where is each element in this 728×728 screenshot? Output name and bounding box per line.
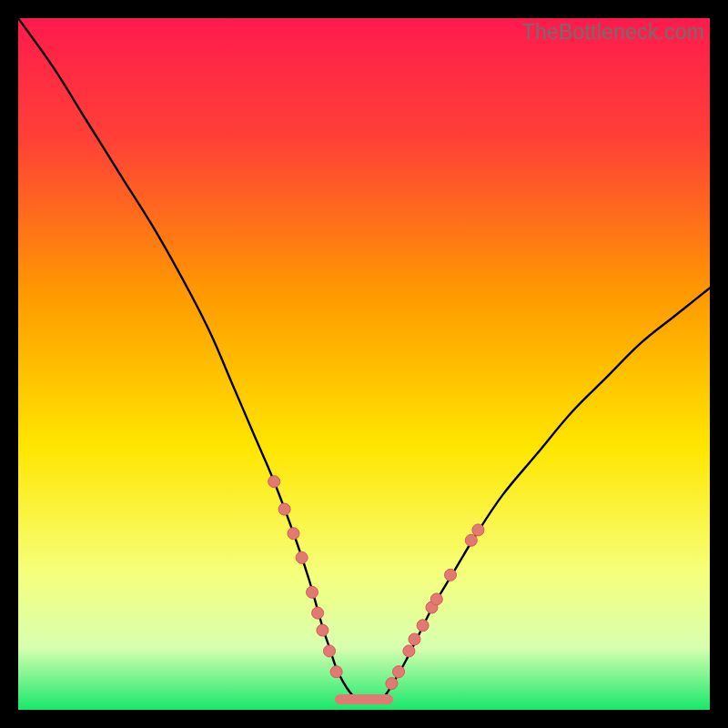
curve-marker <box>393 666 405 678</box>
curve-marker <box>278 503 290 515</box>
chart-frame: TheBottleneck.com <box>18 18 710 710</box>
bottleneck-chart <box>18 18 710 710</box>
curve-marker <box>324 645 336 657</box>
curve-marker <box>445 569 457 581</box>
curve-marker <box>330 666 342 678</box>
watermark-text: TheBottleneck.com <box>522 20 704 45</box>
curve-marker <box>312 607 324 619</box>
curve-marker <box>386 678 398 690</box>
curve-marker <box>430 593 442 605</box>
curve-marker <box>465 534 477 546</box>
curve-marker <box>288 528 299 540</box>
curve-marker <box>296 551 308 563</box>
curve-marker <box>268 476 280 488</box>
curve-marker <box>417 620 429 632</box>
gradient-background <box>18 18 710 710</box>
curve-marker <box>317 624 329 636</box>
curve-marker <box>403 645 415 657</box>
curve-marker <box>409 633 420 645</box>
curve-marker <box>307 586 318 598</box>
curve-marker <box>472 524 484 536</box>
